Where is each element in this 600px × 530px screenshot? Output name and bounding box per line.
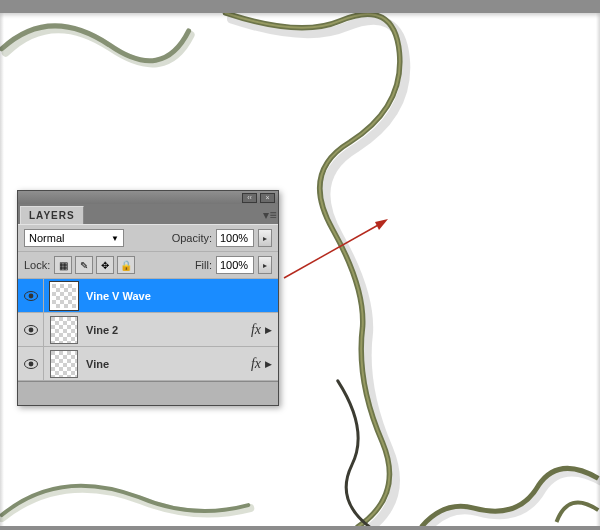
blend-mode-value: Normal [29,232,64,244]
opacity-label: Opacity: [172,232,212,244]
opacity-slider-button[interactable]: ▸ [258,229,272,247]
eye-icon [24,291,38,301]
layer-effects-indicator[interactable]: fx [251,356,261,372]
panel-tab-bar: LAYERS ▾≡ [18,204,278,224]
layer-name-label: Vine 2 [86,324,251,336]
fill-slider-button[interactable]: ▸ [258,256,272,274]
eye-icon [24,359,38,369]
brush-lock-icon[interactable]: ✎ [75,256,93,274]
app-chrome-top [0,0,600,13]
opacity-input[interactable]: 100% [216,229,254,247]
layer-row-vine[interactable]: Vine fx ▶ [18,347,278,381]
layer-effects-indicator[interactable]: fx [251,322,261,338]
eye-icon [24,325,38,335]
blend-opacity-row: Normal ▼ Opacity: 100% ▸ [18,224,278,252]
layer-thumbnail[interactable] [50,350,78,378]
lock-icons-group: ▦ ✎ ✥ 🔒 [54,256,135,274]
svg-point-7 [28,361,33,366]
layer-row-vine-v-wave[interactable]: Vine V Wave [18,279,278,313]
layer-thumbnail[interactable] [50,316,78,344]
app-chrome-bottom [0,526,600,530]
lock-label: Lock: [24,259,50,271]
visibility-toggle[interactable] [18,347,44,381]
svg-point-5 [28,327,33,332]
annotation-arrow [280,214,392,282]
fill-input[interactable]: 100% [216,256,254,274]
all-lock-icon[interactable]: 🔒 [117,256,135,274]
chevron-right-icon[interactable]: ▶ [265,325,272,335]
fill-label: Fill: [195,259,212,271]
collapse-button[interactable]: ‹‹ [242,193,257,203]
move-lock-icon[interactable]: ✥ [96,256,114,274]
layer-name-label: Vine [86,358,251,370]
layer-list: Vine V Wave Vine 2 fx ▶ Vine fx ▶ [18,279,278,381]
layer-thumbnail[interactable] [50,282,78,310]
svg-line-0 [284,224,380,278]
layers-tab[interactable]: LAYERS [20,206,84,224]
canvas-edge-right [596,0,600,530]
svg-marker-1 [375,219,388,230]
visibility-toggle[interactable] [18,279,44,313]
layers-panel: ‹‹ × LAYERS ▾≡ Normal ▼ Opacity: 100% ▸ … [17,190,279,406]
chevron-right-icon[interactable]: ▶ [265,359,272,369]
lock-fill-row: Lock: ▦ ✎ ✥ 🔒 Fill: 100% ▸ [18,252,278,279]
panel-menu-icon[interactable]: ▾≡ [262,206,278,224]
svg-point-3 [28,293,33,298]
transparency-lock-icon[interactable]: ▦ [54,256,72,274]
chevron-down-icon: ▼ [111,234,119,243]
layer-name-label: Vine V Wave [86,290,278,302]
panel-titlebar[interactable]: ‹‹ × [18,191,278,204]
visibility-toggle[interactable] [18,313,44,347]
canvas-edge-left [0,0,4,530]
close-button[interactable]: × [260,193,275,203]
layer-row-vine-2[interactable]: Vine 2 fx ▶ [18,313,278,347]
blend-mode-select[interactable]: Normal ▼ [24,229,124,247]
panel-footer [18,381,278,405]
